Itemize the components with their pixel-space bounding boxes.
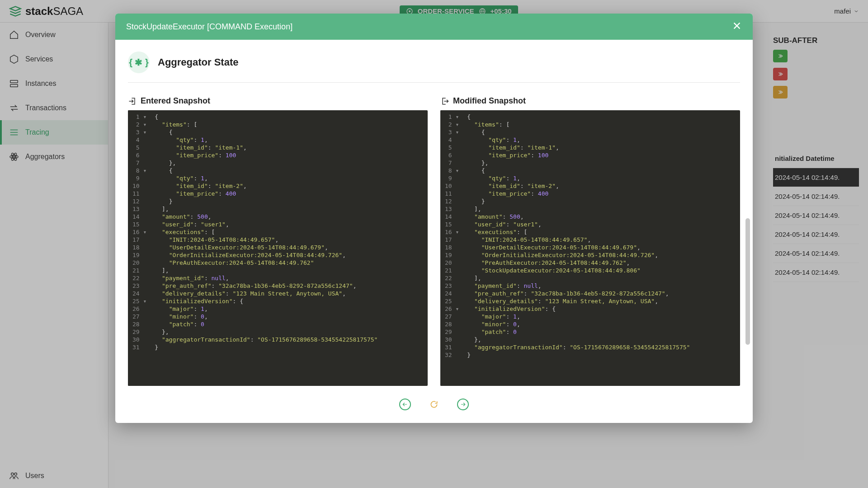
modal-overlay: StockUpdateExecutor [COMMAND Execution] …: [0, 0, 868, 488]
enter-icon: [128, 97, 137, 106]
modal-footer: [115, 389, 753, 423]
modal-title: StockUpdateExecutor [COMMAND Execution]: [126, 22, 292, 32]
arrow-left-icon: [402, 401, 408, 408]
close-button[interactable]: [732, 21, 742, 33]
aggregator-icon: { ✱ }: [128, 52, 150, 73]
entered-title: Entered Snapshot: [141, 96, 210, 106]
entered-snapshot-panel: Entered Snapshot 1 ▾ 2 ▾ 3 ▾ 4 5 6 7 8 ▾…: [128, 96, 428, 386]
modified-code[interactable]: 1 ▾ 2 ▾ 3 ▾ 4 5 6 7 8 ▾ 9 10 11 12 13 14…: [440, 110, 740, 386]
scrollbar-thumb[interactable]: [745, 218, 750, 345]
modal-header: StockUpdateExecutor [COMMAND Execution]: [115, 14, 753, 40]
modified-title: Modified Snapshot: [453, 96, 526, 106]
section-header: { ✱ } Aggregator State: [128, 48, 740, 83]
modified-snapshot-panel: Modified Snapshot 1 ▾ 2 ▾ 3 ▾ 4 5 6 7 8 …: [440, 96, 740, 386]
exit-icon: [440, 97, 449, 106]
section-title: Aggregator State: [158, 56, 238, 68]
arrow-right-icon: [460, 401, 466, 408]
modal-scrollbar[interactable]: [745, 83, 750, 423]
next-button[interactable]: [457, 399, 469, 410]
executor-modal: StockUpdateExecutor [COMMAND Execution] …: [115, 14, 753, 423]
entered-code[interactable]: 1 ▾ 2 ▾ 3 ▾ 4 5 6 7 8 ▾ 9 10 11 12 13 14…: [128, 110, 428, 386]
refresh-icon: [429, 400, 439, 409]
refresh-button[interactable]: [428, 399, 440, 410]
close-icon: [732, 21, 742, 31]
prev-button[interactable]: [399, 399, 411, 410]
